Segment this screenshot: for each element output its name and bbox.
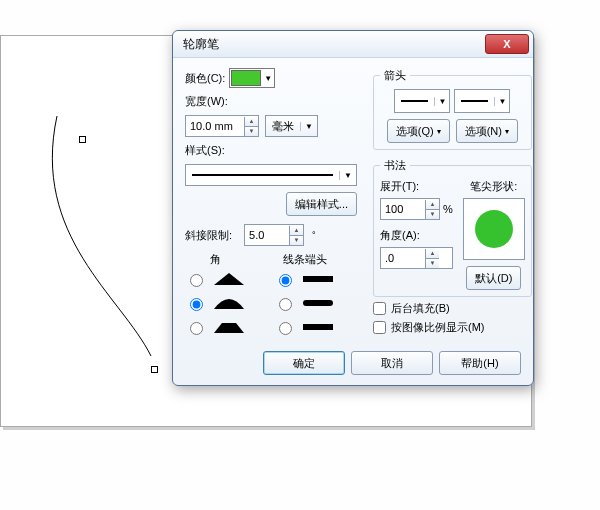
arrow-legend: 箭头: [380, 68, 410, 83]
chevron-down-icon: ▼: [494, 97, 509, 106]
cap-options: [274, 271, 335, 335]
degree-icon: °: [312, 230, 316, 240]
width-input[interactable]: ▲▼: [185, 115, 259, 137]
outline-pen-dialog: 轮廓笔 X 颜色(C): ▼ 宽度(W): ▲: [172, 30, 534, 386]
arrow-start-select[interactable]: ▼: [394, 89, 450, 113]
color-picker[interactable]: ▼: [229, 68, 275, 88]
color-label: 颜色(C):: [185, 71, 225, 86]
svg-rect-4: [303, 324, 333, 330]
square-cap-icon: [301, 321, 335, 333]
svg-marker-1: [214, 323, 244, 333]
chevron-down-icon: ▼: [339, 171, 356, 180]
cap-square-radio[interactable]: [279, 322, 292, 335]
style-label: 样式(S):: [185, 143, 225, 158]
default-button[interactable]: 默认(D): [466, 266, 521, 290]
titlebar[interactable]: 轮廓笔 X: [173, 31, 533, 58]
corner-label: 角: [210, 252, 221, 267]
close-button[interactable]: X: [485, 34, 529, 54]
miter-spinner[interactable]: ▲▼: [289, 226, 303, 245]
chevron-down-icon: ▾: [505, 127, 509, 136]
edit-style-button[interactable]: 编辑样式...: [286, 192, 357, 216]
close-icon: X: [503, 38, 510, 50]
scale-input[interactable]: [373, 321, 386, 334]
behind-fill-label: 后台填充(B): [391, 301, 450, 316]
miter-field[interactable]: [245, 226, 289, 244]
arrow-group: 箭头 ▼ ▼ 选项(Q) ▾ 选项(N) ▾: [373, 68, 532, 150]
help-button[interactable]: 帮助(H): [439, 351, 521, 375]
cap-flat-radio[interactable]: [279, 274, 292, 287]
angle-label: 角度(A):: [380, 228, 453, 243]
width-field[interactable]: [186, 117, 244, 135]
chevron-down-icon: ▾: [437, 127, 441, 136]
unit-select[interactable]: 毫米 ▼: [265, 115, 318, 137]
chevron-down-icon: ▼: [300, 122, 317, 131]
arrow-options-right-button[interactable]: 选项(N) ▾: [456, 119, 518, 143]
bevel-icon: [212, 321, 246, 333]
cancel-button[interactable]: 取消: [351, 351, 433, 375]
cap-label: 线条端头: [283, 252, 327, 267]
unit-value: 毫米: [266, 119, 300, 134]
width-spinner[interactable]: ▲▼: [244, 117, 258, 136]
width-label: 宽度(W):: [185, 94, 228, 109]
spread-spinner[interactable]: ▲▼: [425, 200, 439, 219]
ok-button[interactable]: 确定: [263, 351, 345, 375]
corner-round-radio[interactable]: [190, 298, 203, 311]
calligraphy-legend: 书法: [380, 158, 410, 173]
calligraphy-group: 书法 展开(T): ▲▼ % 角度(A):: [373, 158, 532, 297]
angle-field[interactable]: [381, 249, 425, 267]
angle-input[interactable]: ▲▼: [380, 247, 453, 269]
behind-fill-checkbox[interactable]: 后台填充(B): [373, 301, 532, 316]
nib-preview[interactable]: [463, 198, 525, 260]
miter-input[interactable]: ▲▼: [244, 224, 304, 246]
miter-icon: [212, 273, 246, 285]
spread-field[interactable]: [381, 200, 425, 218]
corner-options: [185, 271, 246, 335]
corner-miter-radio[interactable]: [190, 274, 203, 287]
svg-rect-3: [303, 300, 333, 306]
nib-label: 笔尖形状:: [470, 179, 517, 194]
color-chip: [231, 70, 261, 86]
flat-cap-icon: [301, 273, 335, 285]
arrow-end-select[interactable]: ▼: [454, 89, 510, 113]
behind-fill-input[interactable]: [373, 302, 386, 315]
style-select[interactable]: ▼: [185, 164, 357, 186]
dialog-title: 轮廓笔: [177, 36, 485, 53]
chevron-down-icon: ▼: [262, 74, 274, 83]
scale-label: 按图像比例显示(M): [391, 320, 485, 335]
nib-shape: [475, 210, 513, 248]
round-cap-icon: [301, 297, 335, 309]
miter-label: 斜接限制:: [185, 228, 232, 243]
chevron-down-icon: ▼: [434, 97, 449, 106]
spread-label: 展开(T):: [380, 179, 453, 194]
svg-marker-0: [214, 273, 244, 285]
svg-rect-2: [303, 276, 333, 282]
angle-spinner[interactable]: ▲▼: [425, 249, 439, 268]
cap-round-radio[interactable]: [279, 298, 292, 311]
corner-bevel-radio[interactable]: [190, 322, 203, 335]
line-style-preview: [192, 174, 333, 176]
scale-checkbox[interactable]: 按图像比例显示(M): [373, 320, 532, 335]
round-corner-icon: [212, 297, 246, 309]
spread-input[interactable]: ▲▼: [380, 198, 440, 220]
arrow-options-left-button[interactable]: 选项(Q) ▾: [387, 119, 450, 143]
percent-label: %: [443, 203, 453, 215]
